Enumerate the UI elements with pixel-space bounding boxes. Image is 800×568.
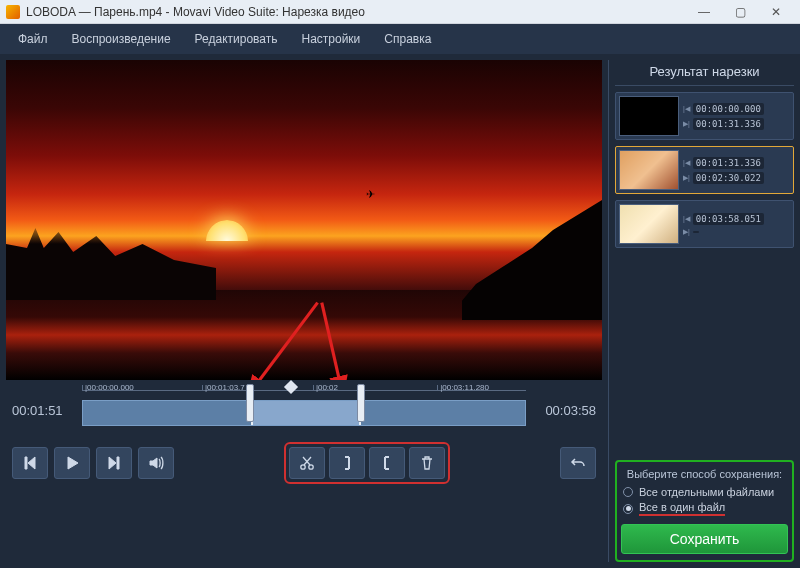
clip-item[interactable]: |◀00:03:58.051 ▶| [615, 200, 794, 248]
close-button[interactable]: ✕ [758, 0, 794, 24]
current-time: 00:01:51 [12, 403, 72, 418]
clip-item[interactable]: |◀00:01:31.336 ▶|00:02:30.022 [615, 146, 794, 194]
tick: |00:00:00.000 [82, 385, 134, 391]
minimize-button[interactable]: — [686, 0, 722, 24]
radio-icon [623, 487, 633, 497]
undo-controls [560, 447, 596, 479]
clips-list: |◀00:00:00.000 ▶|00:01:31.336 |◀00:01:31… [615, 86, 794, 460]
delete-button[interactable] [409, 447, 445, 479]
cut-button[interactable] [289, 447, 325, 479]
clip-end: 00:02:30.022 [693, 172, 764, 184]
tick: |00:01:03.7 [202, 385, 245, 391]
save-option-label: Все отдельными файлами [639, 486, 774, 498]
prev-icon: |◀ [683, 215, 690, 223]
clip-end [693, 231, 699, 233]
window-title: LOBODA — Парень.mp4 - Movavi Video Suite… [26, 5, 686, 19]
svg-point-3 [309, 465, 313, 469]
clip-item[interactable]: |◀00:00:00.000 ▶|00:01:31.336 [615, 92, 794, 140]
app-icon [6, 5, 20, 19]
prev-button[interactable] [12, 447, 48, 479]
clip-end: 00:01:31.336 [693, 118, 764, 130]
results-panel-title: Результат нарезки [615, 60, 794, 86]
clip-start: 00:00:00.000 [693, 103, 764, 115]
play-button[interactable] [54, 447, 90, 479]
menubar: Файл Воспроизведение Редактировать Настр… [0, 24, 800, 54]
save-button-label: Сохранить [670, 531, 740, 547]
save-prompt: Выберите способ сохранения: [621, 468, 788, 480]
edit-controls [284, 442, 450, 484]
mark-out-button[interactable] [369, 447, 405, 479]
trim-handle-start[interactable] [246, 384, 254, 422]
svg-point-2 [301, 465, 305, 469]
menu-help[interactable]: Справка [384, 32, 431, 46]
tick: |00:02 [313, 385, 338, 391]
next-icon: ▶| [683, 120, 690, 128]
menu-settings[interactable]: Настройки [301, 32, 360, 46]
next-icon: ▶| [683, 228, 690, 236]
prev-icon: |◀ [683, 105, 690, 113]
timeline-track[interactable] [82, 400, 526, 426]
timeline[interactable]: |00:00:00.000 |00:01:03.7 |00:02 |00:03:… [82, 390, 526, 430]
titlebar: LOBODA — Парень.mp4 - Movavi Video Suite… [0, 0, 800, 24]
save-option-single[interactable]: Все в один файл [623, 501, 786, 516]
trim-handle-end[interactable] [357, 384, 365, 422]
menu-edit[interactable]: Редактировать [195, 32, 278, 46]
undo-button[interactable] [560, 447, 596, 479]
clip-start: 00:01:31.336 [693, 157, 764, 169]
clip-start: 00:03:58.051 [693, 213, 764, 225]
prev-icon: |◀ [683, 159, 690, 167]
next-icon: ▶| [683, 174, 690, 182]
total-time: 00:03:58 [536, 403, 596, 418]
save-button[interactable]: Сохранить [621, 524, 788, 554]
save-option-label: Все в один файл [639, 501, 725, 516]
radio-icon [623, 504, 633, 514]
clip-thumbnail [619, 204, 679, 244]
tick: |00:03:11.280 [437, 385, 489, 391]
next-button[interactable] [96, 447, 132, 479]
clip-thumbnail [619, 96, 679, 136]
maximize-button[interactable]: ▢ [722, 0, 758, 24]
clip-thumbnail [619, 150, 679, 190]
save-panel: Выберите способ сохранения: Все отдельны… [615, 460, 794, 562]
save-option-separate[interactable]: Все отдельными файлами [623, 486, 786, 498]
menu-playback[interactable]: Воспроизведение [72, 32, 171, 46]
playback-controls [12, 447, 174, 479]
menu-file[interactable]: Файл [18, 32, 48, 46]
mark-in-button[interactable] [329, 447, 365, 479]
helicopter-icon: ✈ [366, 188, 375, 201]
volume-button[interactable] [138, 447, 174, 479]
video-preview[interactable]: ✈ [6, 60, 602, 380]
